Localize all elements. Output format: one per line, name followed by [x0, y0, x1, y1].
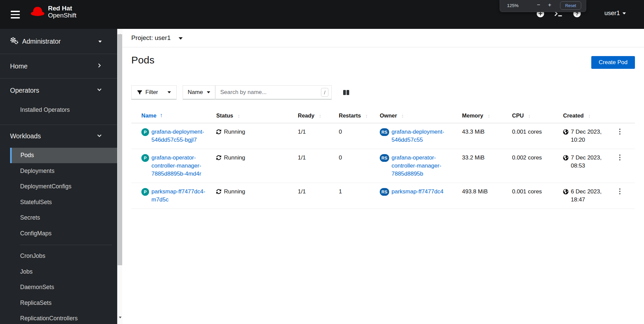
sort-both-icon: ↕ [365, 113, 368, 119]
pod-name-link[interactable]: grafana-operator-controller-manager-7885… [151, 154, 214, 178]
search-box: / [215, 85, 332, 99]
column-header-created[interactable]: Created ↕ [563, 112, 591, 119]
sidebar-item-secrets[interactable]: Secrets [0, 210, 117, 226]
table-row: P grafana-deployment-546dd57c55-bgjl7 Ru… [131, 123, 635, 149]
kebab-icon[interactable] [617, 128, 623, 136]
sidebar-item-replicasets[interactable]: ReplicaSets [0, 295, 117, 311]
redhat-openshift-logo[interactable]: Red Hat OpenShift [30, 5, 77, 19]
timestamp-globe-icon [563, 155, 568, 160]
search-type-dropdown[interactable]: Name [183, 85, 215, 99]
kebab-icon[interactable] [617, 154, 623, 162]
filter-toolbar: Filter Name / [131, 85, 350, 99]
project-selector[interactable]: Project: user1 [131, 34, 183, 42]
column-header-cpu[interactable]: CPU ↕ [512, 112, 531, 119]
owner-link[interactable]: grafana-deployment-546dd57c55 [392, 128, 459, 144]
project-bar: Project: user1 [122, 29, 644, 47]
sidebar-item-jobs[interactable]: Jobs [0, 264, 117, 280]
caret-down-icon [179, 37, 183, 40]
column-management-icon[interactable] [343, 85, 350, 99]
username: user1 [604, 9, 620, 17]
brand-text: Red Hat OpenShift [48, 5, 77, 19]
search-shortcut-badge: / [321, 88, 328, 97]
timestamp-globe-icon [563, 129, 568, 135]
sort-both-icon: ↕ [401, 113, 404, 119]
sidebar-item-installed-operators[interactable]: Installed Operators [0, 102, 117, 118]
status-text: Running [224, 128, 245, 136]
restarts-value: 0 [339, 123, 380, 149]
redhat-logo-icon [30, 6, 45, 18]
scrollbar-up-icon[interactable] [118, 29, 123, 34]
replicaset-badge: RS [380, 154, 389, 162]
running-sync-icon [216, 129, 221, 134]
replicaset-badge: RS [380, 188, 389, 196]
sidebar-group-workloads: Workloads Pods Deployments DeploymentCon… [0, 125, 117, 324]
filter-dropdown[interactable]: Filter [131, 85, 177, 99]
sort-both-icon: ↕ [588, 113, 591, 119]
brand-line2: OpenShift [48, 12, 77, 19]
scrollbar-down-icon[interactable] [118, 318, 123, 323]
filter-funnel-icon [137, 90, 142, 95]
zoom-out-button[interactable]: − [537, 2, 540, 8]
cpu-value: 0.001 cores [512, 183, 563, 209]
pod-name-link[interactable]: grafana-deployment-546dd57c55-bgjl7 [151, 128, 214, 144]
column-header-ready[interactable]: Ready ↕ [298, 112, 321, 119]
created-value: 7 Dec 2023, 10:20 [571, 128, 605, 144]
kebab-icon[interactable] [617, 188, 623, 196]
sidebar-item-statefulsets[interactable]: StatefulSets [0, 194, 117, 210]
caret-down-icon [623, 12, 626, 14]
openshift-console: Red Hat OpenShift ? user1 125% − + Reset [0, 0, 644, 324]
ready-value: 1/1 [298, 149, 339, 183]
sort-both-icon: ↕ [237, 113, 240, 119]
table-header-row: Name ↑ Status ↕ Ready ↕ Restarts ↕ Owner… [131, 107, 635, 123]
sidebar-scrollbar[interactable] [117, 29, 122, 324]
perspective-switcher[interactable]: Administrator [0, 29, 117, 54]
user-menu[interactable]: user1 [604, 9, 626, 17]
sidebar-item-configmaps[interactable]: ConfigMaps [0, 226, 117, 241]
gears-icon [10, 37, 18, 46]
sidebar-item-deployments[interactable]: Deployments [0, 163, 117, 179]
column-header-name[interactable]: Name ↑ [141, 112, 163, 119]
column-header-owner[interactable]: Owner ↕ [380, 112, 404, 119]
sidebar-item-cronjobs[interactable]: CronJobs [0, 248, 117, 264]
masthead: Red Hat OpenShift ? user1 125% − + Reset [0, 0, 644, 29]
caret-down-icon [207, 91, 210, 93]
brand-line1: Red Hat [48, 5, 77, 12]
sidebar-section-home[interactable]: Home [0, 54, 117, 79]
caret-down-icon [168, 91, 171, 93]
sidebar-group-operators: Operators Installed Operators [0, 79, 117, 125]
owner-link[interactable]: grafana-operator-controller-manager-7885… [392, 154, 459, 178]
running-sync-icon [216, 155, 221, 160]
restarts-value: 0 [339, 149, 380, 183]
sidebar-section-operators[interactable]: Operators [0, 79, 117, 102]
hamburger-menu-icon[interactable] [11, 11, 20, 19]
sidebar-section-workloads[interactable]: Workloads [0, 125, 117, 148]
table-row: P grafana-operator-controller-manager-78… [131, 149, 635, 183]
sidebar-item-deploymentconfigs[interactable]: DeploymentConfigs [0, 179, 117, 195]
chevron-down-icon [97, 133, 102, 139]
owner-link[interactable]: parksmap-ff7477dc4 [392, 188, 444, 196]
perspective-label: Administrator [22, 38, 61, 45]
ready-value: 1/1 [298, 123, 339, 149]
cpu-value: 0.002 cores [512, 149, 563, 183]
sidebar-item-replicationcontrollers[interactable]: ReplicationControllers [0, 311, 117, 324]
restarts-value: 1 [339, 183, 380, 209]
sidebar-item-daemonsets[interactable]: DaemonSets [0, 280, 117, 295]
pod-badge: P [141, 128, 149, 136]
sidebar-item-pods[interactable]: Pods [10, 148, 117, 164]
create-pod-button[interactable]: Create Pod [591, 56, 635, 69]
pod-name-link[interactable]: parksmap-ff7477dc4-m7d5c [151, 188, 214, 204]
pod-badge: P [141, 188, 149, 196]
search-input[interactable] [215, 85, 332, 99]
column-header-restarts[interactable]: Restarts ↕ [339, 112, 368, 119]
scrollbar-thumb[interactable] [118, 34, 122, 265]
nav-divider [20, 245, 112, 245]
caret-down-icon [98, 41, 102, 43]
timestamp-globe-icon [563, 189, 568, 194]
column-header-memory[interactable]: Memory ↕ [462, 112, 490, 119]
zoom-in-button[interactable]: + [548, 2, 551, 8]
column-header-status[interactable]: Status ↕ [216, 112, 240, 119]
pod-badge: P [141, 154, 149, 162]
sort-both-icon: ↕ [319, 113, 322, 119]
zoom-reset-button[interactable]: Reset [560, 1, 581, 10]
memory-value: 43.3 MiB [462, 123, 512, 149]
